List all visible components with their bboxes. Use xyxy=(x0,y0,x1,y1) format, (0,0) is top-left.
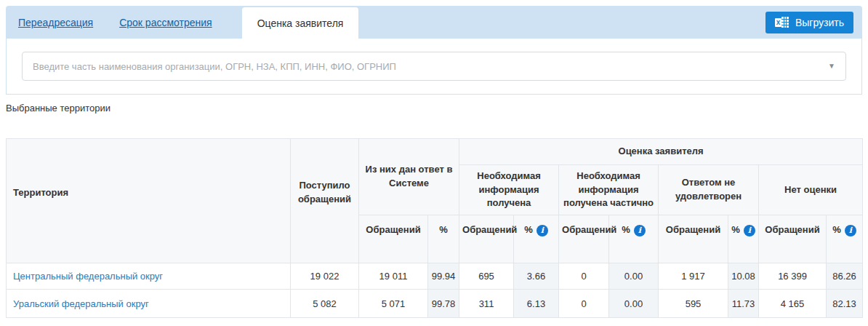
export-button[interactable]: x Выгрузить xyxy=(765,12,853,33)
group-header-info-partial: Необходимая информация получена частично xyxy=(559,165,659,215)
cell-appeals: 695 xyxy=(459,263,514,290)
col-header-percent: %i xyxy=(609,215,659,263)
cell-percent: 99.78 xyxy=(428,290,459,318)
col-header-percent: %i xyxy=(514,215,559,263)
tab-pereadresaciya[interactable]: Переадресация xyxy=(18,17,93,28)
info-icon[interactable]: i xyxy=(537,225,548,236)
cell-appeals: 0 xyxy=(559,290,609,318)
col-header-percent: %i xyxy=(827,215,863,263)
excel-grid-icon xyxy=(781,17,789,28)
table-row: Центральный федеральный округ 19 022 19 … xyxy=(7,263,863,290)
cell-percent: 86.26 xyxy=(827,263,863,290)
territories-table: Территория Поступило обращений Из них да… xyxy=(6,138,863,318)
cell-percent: 3.66 xyxy=(514,263,559,290)
col-header-territory: Территория xyxy=(7,139,291,263)
cell-appeals: 16 399 xyxy=(759,263,827,290)
cell-appeals: 311 xyxy=(459,290,514,318)
cell-percent: 82.13 xyxy=(827,290,863,318)
group-header-applicant-rating: Оценка заявителя xyxy=(459,139,863,165)
excel-x-icon: x xyxy=(775,18,781,27)
territory-link[interactable]: Центральный федеральный округ xyxy=(13,271,163,282)
group-header-not-satisfied: Ответом не удовлетворен xyxy=(659,165,759,215)
tab-bar: Переадресация Срок рассмотрения Оценка з… xyxy=(6,6,862,39)
tab-srok-rassmotreniya[interactable]: Срок рассмотрения xyxy=(119,17,212,28)
search-section: ▼ xyxy=(6,39,862,95)
col-header-appeals: Обращений xyxy=(459,215,514,263)
selected-territories-label: Выбранные территории xyxy=(6,103,110,114)
cell-appeals: 4 165 xyxy=(759,290,827,318)
col-header-percent: % xyxy=(428,215,459,263)
cell-appeals: 5 071 xyxy=(359,290,428,318)
cell-received: 19 022 xyxy=(291,263,359,290)
cell-percent: 6.13 xyxy=(514,290,559,318)
cell-percent: 10.08 xyxy=(728,263,759,290)
territory-link[interactable]: Уральский федеральный округ xyxy=(13,298,149,309)
cell-percent: 0.00 xyxy=(609,290,659,318)
cell-appeals: 19 011 xyxy=(359,263,428,290)
cell-percent: 99.94 xyxy=(428,263,459,290)
cell-appeals: 1 917 xyxy=(659,263,728,290)
info-icon[interactable]: i xyxy=(634,225,646,236)
excel-icon: x xyxy=(775,17,789,29)
cell-percent: 11.73 xyxy=(728,290,759,318)
col-header-appeals: Обращений xyxy=(659,215,728,263)
chevron-down-icon[interactable]: ▼ xyxy=(828,63,835,70)
info-icon[interactable]: i xyxy=(744,225,755,236)
col-header-appeals: Обращений xyxy=(359,215,428,263)
group-header-answered-in-system: Из них дан ответ в Системе xyxy=(359,139,459,215)
tab-ocenka-zayavitelya[interactable]: Оценка заявителя xyxy=(242,7,359,39)
cell-appeals: 595 xyxy=(659,290,728,318)
group-header-no-rating: Нет оценки xyxy=(759,165,863,215)
cell-appeals: 0 xyxy=(559,263,609,290)
col-header-percent: %i xyxy=(728,215,759,263)
group-header-info-received: Необходимая информация получена xyxy=(459,165,559,215)
org-search-input[interactable] xyxy=(22,52,846,81)
cell-received: 5 082 xyxy=(291,290,359,318)
org-search-combobox: ▼ xyxy=(22,52,846,81)
col-header-appeals: Обращений xyxy=(559,215,609,263)
export-button-label: Выгрузить xyxy=(795,17,844,28)
col-header-appeals: Обращений xyxy=(759,215,827,263)
table-row: Уральский федеральный округ 5 082 5 071 … xyxy=(7,290,863,318)
cell-percent: 0.00 xyxy=(609,263,659,290)
info-icon[interactable]: i xyxy=(845,225,856,236)
report-panel: Переадресация Срок рассмотрения Оценка з… xyxy=(6,6,862,95)
col-header-received: Поступило обращений xyxy=(291,139,359,263)
